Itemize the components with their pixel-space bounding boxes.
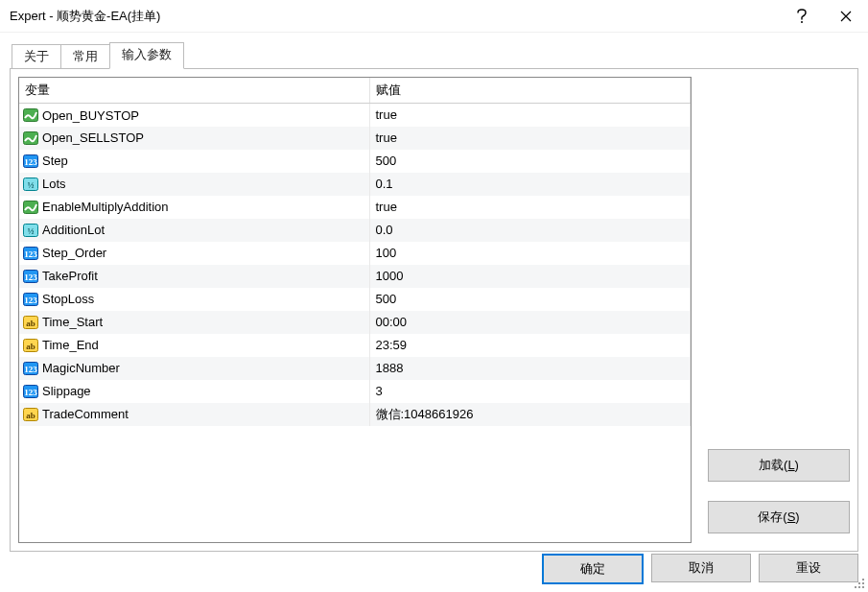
parameter-row[interactable]: Open_SELLSTOPtrue bbox=[19, 127, 691, 150]
parameter-row[interactable]: EnableMultiplyAdditiontrue bbox=[19, 196, 691, 219]
tab-page-inputs: 变量 赋值 Open_BUYSTOPtrueOpen_SELLSTOPtrue1… bbox=[10, 68, 858, 552]
resize-grip-icon[interactable] bbox=[853, 577, 866, 590]
column-header-value[interactable]: 赋值 bbox=[369, 78, 691, 104]
svg-rect-30 bbox=[858, 586, 860, 588]
window-title: Expert - 顺势黄金-EA(挂单) bbox=[10, 8, 780, 25]
parameter-name-cell[interactable]: abTradeComment bbox=[19, 403, 369, 426]
type-string-icon: ab bbox=[23, 316, 38, 329]
help-button[interactable] bbox=[780, 0, 824, 33]
tab-inputs[interactable]: 输入参数 bbox=[109, 42, 184, 69]
svg-text:ab: ab bbox=[26, 411, 35, 420]
help-icon bbox=[796, 9, 808, 24]
svg-text:ab: ab bbox=[26, 319, 35, 328]
parameter-name: Slippage bbox=[42, 385, 91, 399]
parameter-value-cell[interactable]: 0.0 bbox=[369, 219, 691, 242]
svg-rect-27 bbox=[858, 582, 860, 584]
parameters-grid[interactable]: 变量 赋值 Open_BUYSTOPtrueOpen_SELLSTOPtrue1… bbox=[18, 77, 692, 543]
parameter-row[interactable]: 123TakeProfit1000 bbox=[19, 265, 691, 288]
svg-rect-29 bbox=[855, 586, 856, 588]
tab-about[interactable]: 关于 bbox=[12, 44, 61, 69]
type-bool-icon bbox=[23, 131, 38, 145]
parameter-name-cell[interactable]: abTime_Start bbox=[19, 311, 369, 334]
parameter-value-cell[interactable]: 500 bbox=[369, 288, 691, 311]
parameter-row[interactable]: abTradeComment微信:1048661926 bbox=[19, 403, 691, 426]
svg-rect-31 bbox=[862, 586, 864, 588]
svg-text:123: 123 bbox=[24, 296, 37, 305]
svg-text:123: 123 bbox=[24, 365, 37, 374]
parameter-value-cell[interactable]: 00:00 bbox=[369, 311, 691, 334]
type-int-icon: 123 bbox=[23, 293, 38, 306]
svg-rect-28 bbox=[862, 582, 864, 584]
save-button[interactable]: 保存(S) bbox=[708, 501, 850, 533]
parameter-row[interactable]: 123Step500 bbox=[19, 150, 691, 173]
parameter-value-cell[interactable]: 100 bbox=[369, 242, 691, 265]
cancel-button[interactable]: 取消 bbox=[651, 554, 751, 582]
parameter-row[interactable]: 123StopLoss500 bbox=[19, 288, 691, 311]
parameter-row[interactable]: 123Slippage3 bbox=[19, 380, 691, 403]
parameter-value-cell[interactable]: true bbox=[369, 127, 691, 150]
parameter-name: MagicNumber bbox=[42, 362, 120, 376]
parameter-row[interactable]: abTime_Start00:00 bbox=[19, 311, 691, 334]
type-bool-icon bbox=[23, 108, 38, 122]
parameter-name: TakeProfit bbox=[42, 270, 98, 284]
parameter-name-cell[interactable]: 123Slippage bbox=[19, 380, 369, 403]
parameter-name-cell[interactable]: 123Step bbox=[19, 150, 369, 173]
load-button-label: 加载(L) bbox=[759, 457, 799, 474]
parameter-name-cell[interactable]: Open_BUYSTOP bbox=[19, 104, 369, 127]
parameter-name: Lots bbox=[42, 178, 66, 192]
parameter-name-cell[interactable]: 123StopLoss bbox=[19, 288, 369, 311]
type-int-icon: 123 bbox=[23, 385, 38, 398]
parameter-name: EnableMultiplyAddition bbox=[42, 201, 169, 215]
dialog-buttons: 确定 取消 重设 bbox=[542, 554, 858, 584]
parameter-row[interactable]: 123Step_Order100 bbox=[19, 242, 691, 265]
parameter-row[interactable]: ½Lots0.1 bbox=[19, 173, 691, 196]
parameter-name-cell[interactable]: 123Step_Order bbox=[19, 242, 369, 265]
parameter-name-cell[interactable]: Open_SELLSTOP bbox=[19, 127, 369, 150]
svg-point-0 bbox=[801, 21, 803, 23]
tab-common[interactable]: 常用 bbox=[60, 44, 110, 69]
parameter-name: Open_BUYSTOP bbox=[42, 108, 139, 123]
type-int-icon: 123 bbox=[23, 247, 38, 260]
svg-text:123: 123 bbox=[24, 388, 37, 397]
parameter-name-cell[interactable]: ½AdditionLot bbox=[19, 219, 369, 242]
parameter-name-cell[interactable]: abTime_End bbox=[19, 334, 369, 357]
close-button[interactable] bbox=[824, 0, 868, 33]
parameter-name: Time_End bbox=[42, 339, 99, 353]
parameter-name-cell[interactable]: 123TakeProfit bbox=[19, 265, 369, 288]
parameter-name-cell[interactable]: EnableMultiplyAddition bbox=[19, 196, 369, 219]
type-string-icon: ab bbox=[23, 339, 38, 352]
parameter-name: TradeComment bbox=[42, 408, 129, 422]
svg-rect-26 bbox=[862, 579, 864, 580]
parameter-value-cell[interactable]: 23:59 bbox=[369, 334, 691, 357]
type-double-icon: ½ bbox=[23, 224, 38, 237]
svg-text:123: 123 bbox=[24, 272, 37, 282]
parameter-value-cell[interactable]: 1888 bbox=[369, 357, 691, 380]
parameter-value-cell[interactable]: 微信:1048661926 bbox=[369, 403, 691, 426]
parameter-row[interactable]: ½AdditionLot0.0 bbox=[19, 219, 691, 242]
parameter-row[interactable]: abTime_End23:59 bbox=[19, 334, 691, 357]
parameter-name: Open_SELLSTOP bbox=[42, 131, 144, 146]
type-int-icon: 123 bbox=[23, 270, 38, 283]
parameter-name-cell[interactable]: ½Lots bbox=[19, 173, 369, 196]
title-bar: Expert - 顺势黄金-EA(挂单) bbox=[0, 0, 868, 33]
type-int-icon: 123 bbox=[23, 362, 38, 375]
parameter-value-cell[interactable]: true bbox=[369, 104, 691, 127]
parameter-row[interactable]: Open_BUYSTOPtrue bbox=[19, 104, 691, 127]
load-button[interactable]: 加载(L) bbox=[708, 449, 850, 482]
parameter-name: Time_Start bbox=[42, 316, 103, 330]
parameter-row[interactable]: 123MagicNumber1888 bbox=[19, 357, 691, 380]
svg-text:½: ½ bbox=[28, 226, 35, 236]
parameter-value-cell[interactable]: 0.1 bbox=[369, 173, 691, 196]
type-int-icon: 123 bbox=[23, 154, 38, 168]
parameter-name: StopLoss bbox=[42, 293, 94, 307]
column-header-variable[interactable]: 变量 bbox=[19, 78, 369, 104]
parameter-value-cell[interactable]: 1000 bbox=[369, 265, 691, 288]
parameter-name-cell[interactable]: 123MagicNumber bbox=[19, 357, 369, 380]
tab-strip: 关于 常用 输入参数 bbox=[10, 42, 858, 69]
reset-button[interactable]: 重设 bbox=[759, 554, 858, 582]
parameter-value-cell[interactable]: true bbox=[369, 196, 691, 219]
parameter-name: AdditionLot bbox=[42, 224, 105, 238]
ok-button[interactable]: 确定 bbox=[542, 554, 644, 584]
parameter-value-cell[interactable]: 500 bbox=[369, 150, 691, 173]
parameter-value-cell[interactable]: 3 bbox=[369, 380, 691, 403]
